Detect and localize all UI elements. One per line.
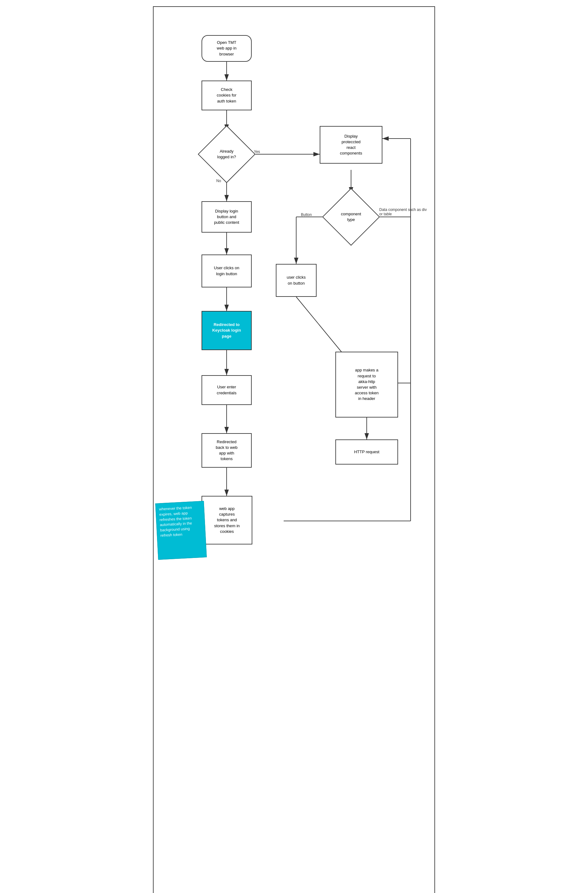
display-protected-shape: Display proteccted react components [320,126,382,164]
open-tmt-label: Open TMT web app in browser [217,40,237,57]
check-cookies-label: Check cookies for auth token [217,87,237,104]
data-component-label: Data component such as div or table [379,207,429,216]
note-text: whenever the token expires, web app refr… [159,505,192,538]
app-makes-request-shape: app makes a request to akka-http server … [335,352,398,418]
app-makes-request-label: app makes a request to akka-http server … [355,367,379,401]
refresh-token-note: whenever the token expires, web app refr… [155,501,206,560]
redirected-keycloak-shape: Redirected to Keycloak login page [202,311,252,350]
user-enter-credentials-shape: User enter credentials [202,375,252,405]
no-label: No [216,179,221,183]
user-clicks-login-label: User clicks on login button [214,265,239,277]
web-app-captures-shape: web app captures tokens and stores them … [202,496,252,544]
display-login-label: Display login button and public content [214,209,239,226]
user-clicks-login-shape: User clicks on login button [202,254,252,287]
user-enter-credentials-label: User enter credentials [217,384,237,395]
web-app-captures-label: web app captures tokens and stores them … [214,506,240,534]
http-request-shape: HTTP request [335,439,398,465]
http-request-label: HTTP request [354,449,380,455]
redirected-keycloak-label: Redirected to Keycloak login page [212,322,241,339]
redirected-back-label: Redirected back to web app with tokens [216,439,237,462]
yes-label: Yes [254,149,260,154]
user-clicks-button-shape: user clicks on button [276,264,317,297]
open-tmt-shape: Open TMT web app in browser [202,35,252,62]
component-type-diamond: component type [326,192,376,242]
button-label: Button [301,212,312,217]
user-clicks-button-label: user clicks on button [287,275,306,286]
display-protected-label: Display proteccted react components [340,134,362,156]
already-logged-diamond: Already logged in? [202,129,252,179]
component-type-label: component type [341,211,361,222]
already-logged-label: Already logged in? [217,149,236,160]
display-login-shape: Display login button and public content [202,201,252,233]
redirected-back-shape: Redirected back to web app with tokens [202,433,252,468]
diagram-container: Open TMT web app in browser Check cookie… [153,6,435,893]
check-cookies-shape: Check cookies for auth token [202,81,252,110]
